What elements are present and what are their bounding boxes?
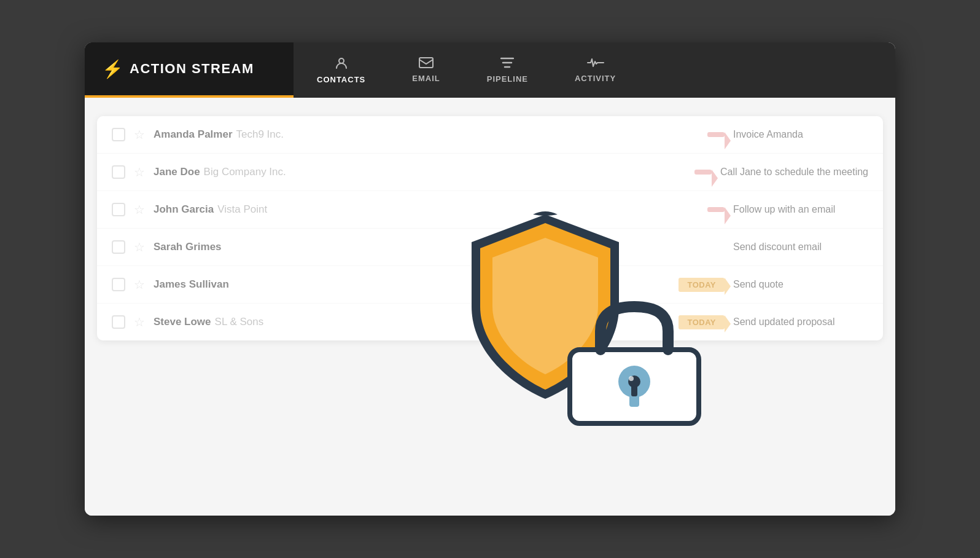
contact-info: Amanda PalmerTech9 Inc. bbox=[154, 128, 699, 141]
brand-name: ACTION STREAM bbox=[130, 61, 254, 77]
contact-company: Vista Point bbox=[217, 203, 267, 215]
content-wrapper: ☆ Amanda PalmerTech9 Inc. Invoice Amanda… bbox=[97, 116, 883, 340]
tag-badge bbox=[707, 132, 725, 137]
contact-checkbox[interactable] bbox=[112, 315, 125, 329]
svg-rect-6 bbox=[631, 385, 637, 396]
star-icon[interactable]: ☆ bbox=[134, 277, 145, 292]
contact-info: Sarah Grimes bbox=[154, 241, 725, 253]
contact-checkbox[interactable] bbox=[112, 240, 125, 254]
brand: ⚡ ACTION STREAM bbox=[85, 42, 294, 98]
task-area: Call Jane to schedule the meeting bbox=[694, 167, 868, 178]
svg-rect-1 bbox=[419, 58, 433, 68]
email-icon bbox=[419, 57, 434, 70]
task-area: Send discount email bbox=[733, 242, 868, 253]
star-icon[interactable]: ☆ bbox=[134, 240, 145, 254]
star-icon[interactable]: ☆ bbox=[134, 165, 145, 179]
star-icon[interactable]: ☆ bbox=[134, 315, 145, 329]
task-text: Invoice Amanda bbox=[733, 129, 868, 140]
svg-rect-4 bbox=[629, 390, 639, 407]
tag-badge bbox=[707, 207, 725, 212]
task-text: Send quote bbox=[733, 279, 868, 290]
contact-company: Big Company Inc. bbox=[204, 166, 286, 178]
task-area: TODAY Send updated proposal bbox=[679, 315, 868, 329]
tab-contacts[interactable]: CONTACTS bbox=[294, 42, 389, 98]
task-area: Invoice Amanda bbox=[707, 129, 868, 140]
star-icon[interactable]: ☆ bbox=[134, 127, 145, 142]
tab-email[interactable]: EMAIL bbox=[389, 42, 463, 98]
contact-company: SL & Sons bbox=[215, 316, 264, 328]
contact-checkbox[interactable] bbox=[112, 128, 125, 141]
pipeline-icon bbox=[500, 57, 514, 71]
task-text: Follow up with an email bbox=[733, 204, 868, 215]
task-area: Follow up with an email bbox=[707, 204, 868, 215]
tab-activity[interactable]: ACTIVITY bbox=[551, 42, 639, 98]
tab-activity-label: ACTIVITY bbox=[575, 74, 616, 83]
top-nav: ⚡ ACTION STREAM CONTACTS bbox=[85, 42, 895, 98]
contact-row: ☆ Sarah Grimes Send discount email bbox=[97, 229, 883, 266]
contact-name: Sarah Grimes bbox=[154, 241, 222, 253]
tag-badge bbox=[694, 170, 712, 175]
contact-checkbox[interactable] bbox=[112, 278, 125, 291]
tag-badge: TODAY bbox=[679, 315, 725, 329]
contact-checkbox[interactable] bbox=[112, 165, 125, 179]
contact-name: Amanda Palmer bbox=[154, 128, 233, 140]
contact-row: ☆ John GarciaVista Point Follow up with … bbox=[97, 191, 883, 229]
task-text: Send discount email bbox=[733, 242, 868, 253]
nav-tabs: CONTACTS EMAIL PIPELINE bbox=[294, 42, 895, 98]
svg-point-3 bbox=[618, 366, 650, 398]
app-container: ⚡ ACTION STREAM CONTACTS bbox=[85, 42, 895, 516]
tab-contacts-label: CONTACTS bbox=[317, 75, 365, 84]
tab-pipeline[interactable]: PIPELINE bbox=[464, 42, 551, 98]
svg-point-7 bbox=[629, 376, 634, 381]
contact-row: ☆ Amanda PalmerTech9 Inc. Invoice Amanda bbox=[97, 116, 883, 154]
contact-checkbox[interactable] bbox=[112, 203, 125, 216]
contact-row: ☆ James Sullivan TODAY Send quote bbox=[97, 266, 883, 304]
tab-email-label: EMAIL bbox=[412, 74, 440, 83]
contact-info: Steve LoweSL & Sons bbox=[154, 316, 670, 328]
contact-info: John GarciaVista Point bbox=[154, 203, 699, 216]
contact-name: James Sullivan bbox=[154, 278, 229, 290]
contact-name: John Garcia bbox=[154, 203, 214, 215]
task-area: TODAY Send quote bbox=[679, 278, 868, 292]
contacts-list: ☆ Amanda PalmerTech9 Inc. Invoice Amanda… bbox=[97, 116, 883, 340]
contact-row: ☆ Jane DoeBig Company Inc. Call Jane to … bbox=[97, 154, 883, 191]
activity-icon bbox=[587, 57, 604, 70]
svg-rect-2 bbox=[570, 350, 699, 423]
bolt-icon: ⚡ bbox=[102, 59, 123, 79]
star-icon[interactable]: ☆ bbox=[134, 202, 145, 217]
contact-name: Jane Doe bbox=[154, 166, 200, 178]
svg-point-5 bbox=[628, 375, 640, 388]
svg-point-0 bbox=[339, 58, 344, 63]
content-area: ☆ Amanda PalmerTech9 Inc. Invoice Amanda… bbox=[85, 98, 895, 516]
contact-row: ☆ Steve LoweSL & Sons TODAY Send updated… bbox=[97, 304, 883, 340]
task-text: Call Jane to schedule the meeting bbox=[720, 167, 868, 178]
contact-company: Tech9 Inc. bbox=[236, 128, 284, 140]
tab-pipeline-label: PIPELINE bbox=[487, 74, 528, 84]
contact-info: Jane DoeBig Company Inc. bbox=[154, 166, 686, 178]
contact-name: Steve Lowe bbox=[154, 316, 211, 328]
contacts-icon bbox=[335, 56, 348, 71]
tag-badge: TODAY bbox=[679, 278, 725, 292]
contact-info: James Sullivan bbox=[154, 278, 670, 291]
task-text: Send updated proposal bbox=[733, 316, 868, 328]
